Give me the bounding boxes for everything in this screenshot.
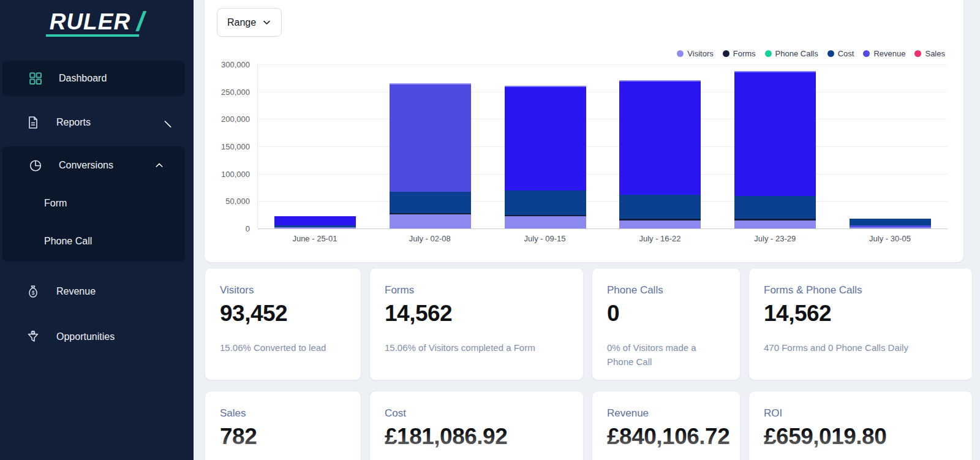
bar-june-25-01[interactable] [274, 216, 356, 228]
bar-segment-visitors[interactable] [734, 221, 816, 228]
sidebar-item-form[interactable]: Form [2, 184, 185, 222]
sidebar-item-opportunities[interactable]: $Opportunities [0, 319, 194, 355]
legend-swatch [765, 50, 772, 57]
legend-swatch [914, 50, 921, 57]
stat-cards-row: Sales782Cost£181,086.92Revenue£840,106.7… [205, 391, 980, 460]
stat-card-revenue: Revenue£840,106.72 [592, 391, 741, 460]
sidebar-item-label: Reports [56, 117, 91, 128]
bar-segment-revenue[interactable] [505, 86, 586, 191]
svg-text:$: $ [32, 331, 34, 334]
legend-item-phone-calls[interactable]: Phone Calls [765, 49, 818, 58]
stat-card-sales: Sales782 [205, 391, 361, 460]
plot-area [257, 64, 948, 228]
sidebar-item-reports[interactable]: Reports [0, 105, 194, 140]
card-value: 782 [220, 424, 346, 450]
bar-july-23-29[interactable] [734, 71, 816, 228]
card-value: 0 [607, 301, 725, 326]
bar-segment-visitors[interactable] [505, 216, 586, 228]
bar-segment-cost[interactable] [734, 196, 816, 219]
x-tick-label: July - 30-05 [832, 234, 948, 243]
bar-july-16-22[interactable] [619, 80, 701, 228]
sidebar-active-highlight: Dashboard [2, 61, 185, 96]
logo: RULER / [0, 0, 194, 59]
bar-slot [258, 64, 373, 228]
logo-text: RULER [50, 10, 130, 33]
card-title: Revenue [607, 407, 725, 420]
x-tick-label: July - 23-29 [717, 234, 832, 243]
x-tick-label: June - 25-01 [257, 234, 372, 243]
gridline [258, 228, 948, 229]
logo-underline [46, 34, 139, 37]
y-axis: 300,000250,000200,000150,000100,00050,00… [205, 64, 257, 228]
legend-item-revenue[interactable]: Revenue [863, 49, 905, 58]
bar-july-30-05[interactable] [850, 219, 931, 228]
legend-swatch [863, 50, 870, 57]
chevron-down-icon [262, 18, 271, 27]
bar-segment-visitors[interactable] [619, 221, 701, 228]
chevron-up-icon[interactable] [154, 160, 164, 170]
bar-july-09-15[interactable] [505, 86, 586, 228]
legend-item-sales[interactable]: Sales [914, 49, 945, 58]
bar-slot [488, 64, 603, 228]
card-subtitle: 470 Forms and 0 Phone Calls Daily [764, 341, 935, 355]
sidebar-item-conversions[interactable]: Conversions [2, 146, 185, 184]
plot-wrap: June - 25-01July - 02-08July - 09-15July… [257, 64, 948, 243]
sidebar-item-revenue[interactable]: $Revenue [0, 274, 194, 309]
legend-item-visitors[interactable]: Visitors [677, 49, 713, 58]
card-value: £840,106.72 [607, 424, 725, 450]
stat-card-cost: Cost£181,086.92 [369, 391, 584, 460]
legend-item-cost[interactable]: Cost [827, 49, 854, 58]
chart-panel: Range VisitorsFormsPhone CallsCostRevenu… [205, 0, 963, 262]
bar-segment-revenue[interactable] [390, 83, 471, 192]
stat-card-roi: ROI£659,019.80 [748, 391, 973, 460]
chevron-down-icon[interactable] [163, 118, 173, 127]
bar-segment-revenue[interactable] [734, 71, 816, 196]
bar-segment-revenue[interactable] [274, 216, 356, 225]
legend-swatch [677, 50, 684, 57]
legend-swatch [827, 50, 834, 57]
money-bag-icon: $ [26, 284, 40, 299]
bar-segment-cost[interactable] [619, 195, 701, 219]
x-tick-label: July - 09-15 [488, 234, 603, 243]
bar-july-02-08[interactable] [390, 83, 471, 228]
x-tick-label: July - 16-22 [602, 234, 717, 243]
bar-segment-revenue[interactable] [619, 80, 701, 195]
bar-slot [373, 64, 488, 228]
card-value: 14,562 [385, 301, 568, 326]
range-dropdown-label: Range [227, 17, 256, 28]
bar-segment-cost[interactable] [850, 219, 931, 225]
sidebar-item-dashboard[interactable]: Dashboard [2, 61, 185, 96]
legend-item-forms[interactable]: Forms [723, 49, 756, 58]
sidebar-item-label: Conversions [59, 160, 113, 171]
range-dropdown[interactable]: Range [217, 8, 282, 37]
x-axis: June - 25-01July - 02-08July - 09-15July… [257, 234, 948, 243]
stat-card-forms-phone-calls: Forms & Phone Calls14,562470 Forms and 0… [748, 268, 973, 380]
card-value: £181,086.92 [385, 424, 568, 450]
card-value: 93,452 [220, 301, 346, 326]
y-tick-label: 0 [246, 224, 250, 233]
card-subtitle: 15.06% Converted to lead [220, 341, 346, 355]
svg-text:$: $ [32, 290, 35, 296]
bar-segment-cost[interactable] [390, 192, 471, 213]
stat-cards-row: Visitors93,45215.06% Converted to leadFo… [205, 268, 980, 380]
sidebar-item-phone-call[interactable]: Phone Call [2, 222, 185, 260]
y-tick-label: 100,000 [221, 169, 250, 178]
sidebar-group-conversions: ConversionsFormPhone Call [2, 146, 185, 262]
bar-segment-visitors[interactable] [390, 214, 471, 228]
card-title: ROI [764, 407, 957, 420]
card-title: Sales [220, 407, 346, 420]
sidebar-nav: DashboardReportsConversionsFormPhone Cal… [0, 61, 194, 355]
bar-segment-cost[interactable] [505, 190, 586, 215]
legend-label: Sales [925, 49, 945, 58]
stat-cards: Visitors93,45215.06% Converted to leadFo… [205, 268, 980, 460]
bar-segment-visitors[interactable] [274, 227, 356, 228]
logo-slash-icon: / [137, 10, 144, 33]
sidebar-item-label: Opportunities [56, 331, 115, 342]
card-value: 14,562 [764, 301, 957, 326]
card-title: Cost [385, 407, 568, 420]
bar-slot [603, 64, 718, 228]
legend-label: Phone Calls [775, 49, 818, 58]
card-title: Forms & Phone Calls [764, 284, 957, 296]
bar-segment-visitors[interactable] [850, 227, 931, 228]
y-tick-label: 50,000 [225, 197, 250, 206]
